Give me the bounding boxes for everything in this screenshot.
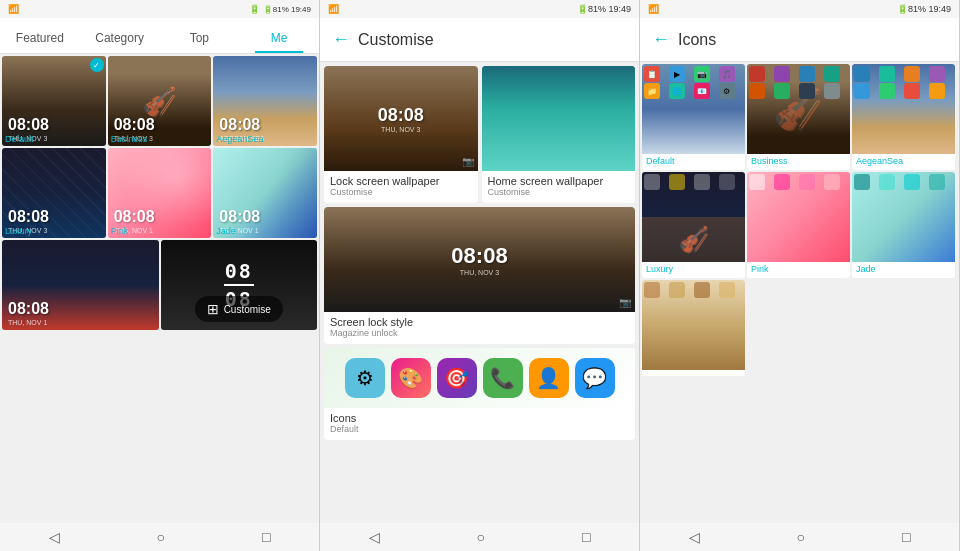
back-nav-3[interactable]: ◁ (689, 529, 700, 545)
battery-percent-1: 🔋81% 19:49 (263, 5, 311, 14)
tabs-bar-1: Featured Category Top Me (0, 18, 319, 54)
theme-grid-1: 08:08 THU, NOV 3 ✓ Default 🎻 08:08 THU, … (0, 54, 319, 523)
icons-header: ← Icons (640, 18, 959, 62)
nav-bar-3: ◁ ○ □ (640, 523, 959, 551)
customise-body: 08:08 THU, NOV 3 📷 Lock screen wallpaper… (320, 62, 639, 523)
icon-theme-business[interactable]: 🎻 Business (747, 64, 850, 170)
back-button-2[interactable]: ← (332, 29, 350, 50)
icon-theme-default[interactable]: 📋 ▶ 📷 🎵 📁 🌐 📧 ⚙ Default (642, 64, 745, 170)
screen-lock-info: Screen lock style Magazine unlock (324, 312, 635, 344)
back-nav-1[interactable]: ◁ (49, 529, 60, 545)
recent-nav-1[interactable]: □ (262, 529, 270, 545)
tab-category[interactable]: Category (80, 31, 160, 53)
status-bar-2: 📶 🔋81% 19:49 (320, 0, 639, 18)
icon-theme-aegean[interactable]: AegeanSea (852, 64, 955, 170)
customise-label: Customise (224, 304, 271, 315)
tab-top[interactable]: Top (160, 31, 240, 53)
icon-theme-luxury-label: Luxury (642, 262, 745, 278)
signal-icon-2: 📶 (328, 4, 339, 14)
screen-lock-card[interactable]: 08:08 THU, NOV 3 📷 Screen lock style Mag… (324, 207, 635, 344)
home-nav-3[interactable]: ○ (797, 529, 805, 545)
status-left-3: 📶 (648, 4, 659, 14)
home-wallpaper-info: Home screen wallpaper Customise (482, 171, 636, 203)
theme-cell-aegean[interactable]: 08:08 AEGEAN SEA AegeanSea (213, 56, 317, 146)
theme-cell-digital[interactable]: 08 08 ⊞ Customise (161, 240, 318, 330)
wallpaper-section: 08:08 THU, NOV 3 📷 Lock screen wallpaper… (324, 66, 635, 203)
icon-messages: 💬 (575, 358, 615, 398)
lock-wallpaper-info: Lock screen wallpaper Customise (324, 171, 478, 203)
theme-label-pink: Pink (111, 226, 129, 236)
status-bar-3: 📶 🔋81% 19:49 (640, 0, 959, 18)
icon-settings: ⚙ (345, 358, 385, 398)
theme-label-luxury: Luxury (5, 226, 32, 236)
icon-theme-extra[interactable] (642, 280, 745, 376)
back-button-3[interactable]: ← (652, 29, 670, 50)
theme-label-aegean: AegeanSea (216, 134, 263, 144)
status-right-2: 🔋81% 19:49 (577, 4, 631, 14)
icons-title-header: Icons (678, 31, 716, 49)
customise-header: ← Customise (320, 18, 639, 62)
icon-theme-default-label: Default (642, 154, 745, 170)
customise-button[interactable]: ⊞ Customise (195, 296, 283, 322)
theme-label-jade: Jade (216, 226, 236, 236)
signal-icon-3: 📶 (648, 4, 659, 14)
theme-row-1: 08:08 THU, NOV 3 ✓ Default 🎻 08:08 THU, … (2, 56, 317, 146)
tab-featured[interactable]: Featured (0, 31, 80, 53)
recent-nav-2[interactable]: □ (582, 529, 590, 545)
panel-3: 📶 🔋81% 19:49 ← Icons 📋 ▶ 📷 🎵 📁 🌐 (640, 0, 960, 551)
selected-check: ✓ (90, 58, 104, 72)
screen-lock-section: 08:08 THU, NOV 3 📷 Screen lock style Mag… (324, 207, 635, 344)
icon-theme: 🎯 (437, 358, 477, 398)
theme-label-default: Default (5, 134, 34, 144)
icon-theme-extra-label (642, 370, 745, 376)
theme-cell-pink[interactable]: 08:08 THU, NOV 1 Pink (108, 148, 212, 238)
panel-2: 📶 🔋81% 19:49 ← Customise 08:08 THU, NOV … (320, 0, 640, 551)
battery-3: 🔋81% 19:49 (897, 4, 951, 14)
icon-theme-pink-label: Pink (747, 262, 850, 278)
icons-title: Icons (330, 412, 629, 424)
screen-lock-subtitle: Magazine unlock (330, 328, 629, 338)
screen-lock-title: Screen lock style (330, 316, 629, 328)
home-wallpaper-subtitle: Customise (488, 187, 630, 197)
icon-theme-jade-label: Jade (852, 262, 955, 278)
theme-row-3: 08:08 THU, NOV 1 08 08 ⊞ Customise (2, 240, 317, 330)
icon-colors: 🎨 (391, 358, 431, 398)
icon-contacts: 👤 (529, 358, 569, 398)
status-left-1: 📶 (8, 4, 19, 14)
icon-theme-luxury[interactable]: 🎻 Luxury (642, 172, 745, 278)
lock-wallpaper-title: Lock screen wallpaper (330, 175, 472, 187)
home-nav-1[interactable]: ○ (157, 529, 165, 545)
status-right-3: 🔋81% 19:49 (897, 4, 951, 14)
icon-theme-aegean-label: AegeanSea (852, 154, 955, 170)
status-left-2: 📶 (328, 4, 339, 14)
theme-cell-business[interactable]: 🎻 08:08 THU, NOV 3 Business (108, 56, 212, 146)
status-bar-1: 📶 🔋 🔋81% 19:49 (0, 0, 319, 18)
home-wallpaper-card[interactable]: Home screen wallpaper Customise (482, 66, 636, 203)
icon-theme-pink[interactable]: Pink (747, 172, 850, 278)
signal-icon-1: 📶 (8, 4, 19, 14)
icon-theme-business-label: Business (747, 154, 850, 170)
theme-cell-luxury[interactable]: 08:08 THU, NOV 3 Luxury (2, 148, 106, 238)
icons-theme-grid: 📋 ▶ 📷 🎵 📁 🌐 📧 ⚙ Default 🎻 (640, 62, 959, 378)
battery-2: 🔋81% 19:49 (577, 4, 631, 14)
nav-bar-1: ◁ ○ □ (0, 523, 319, 551)
lock-wallpaper-subtitle: Customise (330, 187, 472, 197)
icons-panel-body: 📋 ▶ 📷 🎵 📁 🌐 📧 ⚙ Default 🎻 (640, 62, 959, 523)
panel-1: 📶 🔋 🔋81% 19:49 Featured Category Top Me … (0, 0, 320, 551)
icons-card[interactable]: ⚙ 🎨 🎯 📞 👤 💬 Icons Default (324, 348, 635, 440)
home-wallpaper-title: Home screen wallpaper (488, 175, 630, 187)
lock-wallpaper-card[interactable]: 08:08 THU, NOV 3 📷 Lock screen wallpaper… (324, 66, 478, 203)
recent-nav-3[interactable]: □ (902, 529, 910, 545)
icon-phone: 📞 (483, 358, 523, 398)
tab-me[interactable]: Me (239, 31, 319, 53)
back-nav-2[interactable]: ◁ (369, 529, 380, 545)
theme-cell-jade[interactable]: 08:08 THU, NOV 1 Jade (213, 148, 317, 238)
icons-preview: ⚙ 🎨 🎯 📞 👤 💬 (324, 348, 635, 408)
battery-1: 🔋 (249, 4, 260, 14)
theme-row-2: 08:08 THU, NOV 3 Luxury 08:08 THU, NOV 1… (2, 148, 317, 238)
theme-label-business: Business (111, 134, 148, 144)
theme-cell-extra1[interactable]: 08:08 THU, NOV 1 (2, 240, 159, 330)
home-nav-2[interactable]: ○ (477, 529, 485, 545)
icon-theme-jade[interactable]: Jade (852, 172, 955, 278)
theme-cell-default[interactable]: 08:08 THU, NOV 3 ✓ Default (2, 56, 106, 146)
